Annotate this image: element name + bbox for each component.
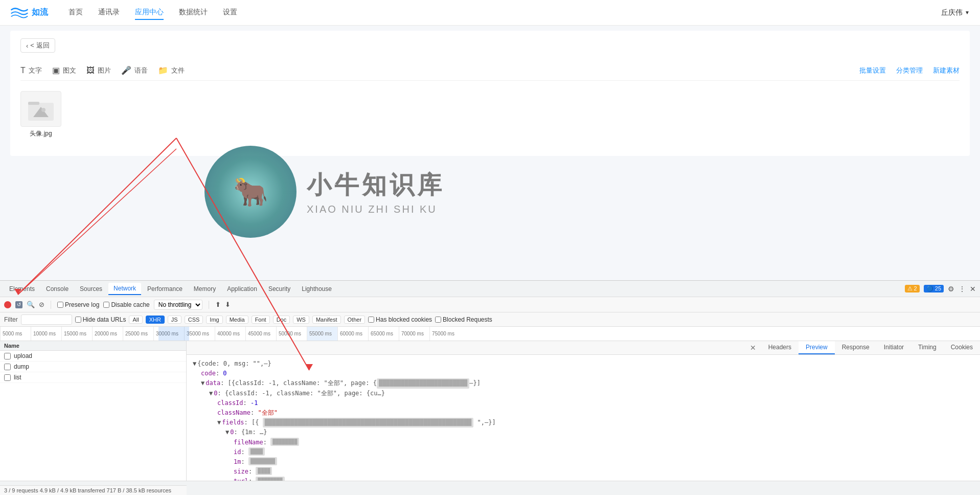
- dump-checkbox[interactable]: [4, 364, 11, 370]
- new-material-btn[interactable]: 新建素材: [933, 66, 960, 75]
- filter-other[interactable]: Other: [344, 316, 366, 324]
- expand-icon[interactable]: ▼: [193, 359, 196, 369]
- blocked-cookies-check[interactable]: Has blocked cookies: [368, 316, 432, 323]
- detail-tab-initiator[interactable]: Initiator: [877, 341, 911, 354]
- tick-40000: 40000 ms: [215, 327, 245, 341]
- upload-request-name: upload: [14, 352, 182, 359]
- request-item-dump[interactable]: dump: [0, 362, 186, 372]
- blurred-filename: ████████: [270, 438, 299, 446]
- toolbar-text[interactable]: T 文字: [20, 66, 42, 75]
- json-id: id : ████: [193, 447, 974, 457]
- filter-icon[interactable]: ⊘: [39, 301, 44, 308]
- detail-tab-headers[interactable]: Headers: [761, 341, 799, 354]
- detail-tab-timing[interactable]: Timing: [911, 341, 944, 354]
- separator2: [209, 301, 209, 309]
- filter-css[interactable]: CSS: [185, 316, 203, 324]
- detail-close-button[interactable]: ✕: [745, 341, 761, 354]
- detail-tab-preview[interactable]: Preview: [799, 341, 835, 354]
- expand-data-icon[interactable]: ▼: [201, 378, 204, 388]
- json-val-code: 0: [223, 369, 226, 378]
- filter-input[interactable]: [21, 314, 72, 325]
- tab-elements[interactable]: Elements: [4, 283, 40, 295]
- stop-button[interactable]: ↺: [15, 301, 22, 308]
- preserve-log-input[interactable]: [57, 302, 63, 308]
- batch-settings-btn[interactable]: 批量设置: [859, 66, 886, 75]
- blocked-requests-check[interactable]: Blocked Requests: [435, 316, 492, 323]
- search-icon[interactable]: 🔍: [27, 301, 35, 308]
- tab-sources[interactable]: Sources: [75, 283, 107, 295]
- json-key-data: data: [206, 378, 220, 388]
- filter-js[interactable]: JS: [168, 316, 181, 324]
- nav-user[interactable]: 丘庆伟 ▼: [941, 8, 970, 17]
- main-area: ‹ < 返回 T 文字 ▣ 图文 🖼 图片 🎤 语音: [0, 26, 980, 495]
- hide-data-urls-label: Hide data URLs: [83, 316, 126, 323]
- tick-5000: 5000 ms: [0, 327, 31, 341]
- list-checkbox[interactable]: [4, 374, 11, 381]
- list-request-name: list: [14, 374, 182, 381]
- preserve-log-checkbox[interactable]: Preserve log: [57, 301, 99, 308]
- filter-row: Filter Hide data URLs All XHR JS CSS Img…: [0, 312, 980, 327]
- request-item-list[interactable]: list: [0, 372, 186, 383]
- blurred-fields: ████████████████████████████████████████…: [263, 418, 474, 428]
- nav-settings[interactable]: 设置: [223, 6, 237, 20]
- tick-60000: 60000 ms: [337, 327, 368, 341]
- json-key-classid: classId: [217, 398, 243, 408]
- warnings-badge[interactable]: ⚠ 2: [905, 285, 920, 292]
- json-root-text: {code: 0, msg: "",–}: [197, 359, 271, 369]
- tab-performance[interactable]: Performance: [142, 283, 188, 295]
- toolbar-image[interactable]: 🖼 图片: [86, 66, 111, 75]
- hide-data-urls-check[interactable]: Hide data URLs: [75, 316, 126, 323]
- filter-font[interactable]: Font: [252, 316, 270, 324]
- category-manage-btn[interactable]: 分类管理: [896, 66, 923, 75]
- filter-img[interactable]: Img: [206, 316, 222, 324]
- upload-checkbox[interactable]: [4, 353, 11, 359]
- expand-fields-0-icon[interactable]: ▼: [225, 428, 229, 437]
- expand-data-0-icon[interactable]: ▼: [209, 389, 213, 398]
- tab-lighthouse[interactable]: Lighthouse: [297, 283, 337, 295]
- filter-manifest[interactable]: Manifest: [312, 316, 341, 324]
- disable-cache-input[interactable]: [103, 302, 109, 308]
- nav-home[interactable]: 首页: [69, 6, 83, 20]
- nav-contacts[interactable]: 通讯录: [98, 6, 120, 20]
- audio-icon: 🎤: [121, 65, 131, 75]
- toolbar-file[interactable]: 📁 文件: [158, 65, 185, 75]
- nav-stats[interactable]: 数据统计: [179, 6, 208, 20]
- toolbar-graphic[interactable]: ▣ 图文: [52, 65, 76, 75]
- menu-icon[interactable]: ⋮: [959, 285, 966, 293]
- tab-console[interactable]: Console: [41, 283, 74, 295]
- gear-icon[interactable]: ⚙: [948, 285, 954, 293]
- throttling-select[interactable]: No throttling Fast 3G Slow 3G: [154, 300, 202, 310]
- filter-media[interactable]: Media: [226, 316, 248, 324]
- expand-fields-icon[interactable]: ▼: [217, 418, 221, 428]
- back-label: < 返回: [30, 41, 49, 50]
- tab-application[interactable]: Application: [222, 283, 262, 295]
- detail-tab-cookies[interactable]: Cookies: [944, 341, 980, 354]
- tab-memory[interactable]: Memory: [189, 283, 221, 295]
- back-chevron-icon: ‹: [26, 42, 28, 50]
- preserve-log-label: Preserve log: [65, 301, 99, 308]
- tick-55000: 55000 ms: [307, 327, 337, 341]
- request-item-upload[interactable]: upload: [0, 351, 186, 362]
- filter-ws[interactable]: WS: [293, 316, 309, 324]
- filter-xhr[interactable]: XHR: [146, 316, 165, 324]
- tab-security[interactable]: Security: [263, 283, 295, 295]
- export-icon[interactable]: ⬇: [225, 301, 231, 308]
- record-button[interactable]: [4, 301, 11, 308]
- file-item[interactable]: 头像.jpg: [20, 91, 61, 138]
- close-icon[interactable]: ✕: [970, 285, 976, 293]
- tab-network[interactable]: Network: [108, 283, 141, 295]
- toolbar-audio[interactable]: 🎤 语音: [121, 65, 148, 75]
- filter-all[interactable]: All: [129, 316, 142, 324]
- errors-badge[interactable]: 🔵 25: [924, 285, 944, 292]
- detail-tab-response[interactable]: Response: [835, 341, 877, 354]
- import-icon[interactable]: ⬆: [215, 301, 221, 308]
- disable-cache-checkbox[interactable]: Disable cache: [103, 301, 149, 308]
- blurred-size: ████: [256, 467, 272, 475]
- back-button[interactable]: ‹ < 返回: [20, 38, 55, 53]
- nav-app-center[interactable]: 应用中心: [135, 6, 164, 20]
- json-line-root: ▼ {code: 0, msg: "",–}: [193, 359, 974, 369]
- file-folder-icon: 📁: [158, 65, 168, 75]
- content-panel: ‹ < 返回 T 文字 ▣ 图文 🖼 图片 🎤 语音: [0, 26, 980, 280]
- filter-label: Filter: [4, 316, 18, 323]
- filter-doc[interactable]: Doc: [273, 316, 290, 324]
